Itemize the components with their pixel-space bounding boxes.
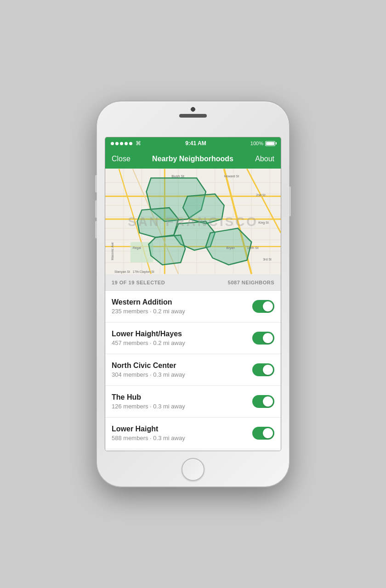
- battery-percentage: 100%: [250, 141, 263, 146]
- svg-text:Bryan: Bryan: [227, 246, 235, 250]
- signal-dot: [129, 142, 132, 145]
- nav-title: Nearby Neighborhoods: [152, 155, 233, 163]
- selection-bar: 19 OF 19 SELECTED 5087 NEIGHBORS: [105, 274, 281, 291]
- signal-dot: [125, 142, 128, 145]
- svg-text:Regal: Regal: [133, 246, 142, 250]
- toggle-switch[interactable]: [252, 395, 274, 408]
- svg-text:17th: 17th: [133, 270, 139, 273]
- list-item[interactable]: Lower Haight 588 members · 0.3 mi away: [105, 418, 281, 449]
- neighborhood-info: Lower Haight/Hayes 457 members · 0.2 mi …: [112, 330, 185, 346]
- neighborhood-name: Lower Haight/Hayes: [112, 330, 185, 338]
- about-button[interactable]: About: [255, 155, 274, 163]
- toggle-knob: [263, 301, 273, 311]
- list-item[interactable]: North Civic Center 304 members · 0.3 mi …: [105, 354, 281, 386]
- neighborhood-name: North Civic Center: [112, 362, 185, 370]
- neighborhood-name: Lower Haight: [112, 425, 185, 433]
- toggle-switch[interactable]: [252, 363, 274, 376]
- signal-dot: [111, 142, 114, 145]
- toggle-switch[interactable]: [252, 332, 274, 345]
- toggle-knob: [263, 333, 273, 343]
- list-item[interactable]: The Hub 126 members · 0.3 mi away: [105, 386, 281, 418]
- list-item[interactable]: Alamo Square 517 members · 0.4 mi away: [105, 449, 281, 451]
- neighborhood-list[interactable]: Western Addition 235 members · 0.2 mi aw…: [105, 291, 281, 451]
- battery-area: 100%: [250, 141, 275, 146]
- speaker: [179, 114, 207, 118]
- phone-top-decoration: [179, 107, 207, 118]
- status-bar: ⌘ 9:41 AM 100%: [105, 137, 281, 149]
- signal-dot: [115, 142, 119, 145]
- map-view[interactable]: Bush St Masonic Ave Stanyan St Clayton S…: [105, 169, 281, 274]
- toggle-knob: [263, 428, 273, 438]
- toggle-knob: [263, 396, 273, 407]
- neighborhood-info: Western Addition 235 members · 0.2 mi aw…: [112, 298, 185, 315]
- battery-fill: [266, 142, 274, 145]
- svg-text:3rd St: 3rd St: [263, 258, 272, 261]
- neighborhood-name: Western Addition: [112, 298, 185, 306]
- svg-text:SAN FRANCISCO: SAN FRANCISCO: [128, 215, 258, 229]
- nav-bar: Close Nearby Neighborhoods About: [105, 149, 281, 169]
- selection-count: 19 OF 19 SELECTED: [112, 280, 165, 285]
- neighborhood-info: Lower Haight 588 members · 0.3 mi away: [112, 425, 185, 441]
- svg-text:Masonic Ave: Masonic Ave: [111, 242, 114, 260]
- toggle-knob: [263, 365, 273, 375]
- close-button[interactable]: Close: [112, 155, 131, 163]
- camera: [191, 107, 195, 112]
- neighborhood-info: The Hub 126 members · 0.3 mi away: [112, 393, 185, 410]
- phone-frame: ⌘ 9:41 AM 100% Close Nearby Neighborhood…: [96, 101, 290, 487]
- neighborhood-details: 126 members · 0.3 mi away: [112, 403, 185, 410]
- neighborhood-details: 304 members · 0.3 mi away: [112, 371, 185, 378]
- svg-text:Stanyan St: Stanyan St: [114, 270, 130, 274]
- battery-icon: [265, 141, 275, 146]
- neighborhood-name: The Hub: [112, 393, 185, 401]
- neighborhood-info: North Civic Center 304 members · 0.3 mi …: [112, 362, 185, 378]
- screen: ⌘ 9:41 AM 100% Close Nearby Neighborhood…: [105, 137, 281, 451]
- toggle-switch[interactable]: [252, 300, 274, 313]
- toggle-switch[interactable]: [252, 427, 274, 440]
- status-time: 9:41 AM: [185, 140, 206, 147]
- signal-area: ⌘: [111, 140, 141, 147]
- svg-text:2nd St: 2nd St: [256, 193, 265, 197]
- neighborhood-details: 235 members · 0.2 mi away: [112, 308, 185, 315]
- svg-text:Howard St: Howard St: [224, 175, 239, 178]
- neighborhood-details: 588 members · 0.3 mi away: [112, 435, 185, 441]
- neighborhood-details: 457 members · 0.2 mi away: [112, 339, 185, 346]
- home-button[interactable]: [182, 458, 204, 481]
- neighbors-count: 5087 NEIGHBORS: [228, 280, 274, 285]
- list-item[interactable]: Lower Haight/Hayes 457 members · 0.2 mi …: [105, 322, 281, 354]
- map-svg: Bush St Masonic Ave Stanyan St Clayton S…: [105, 169, 281, 274]
- svg-text:Clayton St: Clayton St: [140, 270, 154, 274]
- svg-text:King St: King St: [258, 221, 268, 225]
- wifi-icon: ⌘: [136, 140, 141, 147]
- svg-text:Bush St: Bush St: [171, 174, 185, 178]
- svg-text:16th St: 16th St: [247, 246, 259, 250]
- list-item[interactable]: Western Addition 235 members · 0.2 mi aw…: [105, 291, 281, 322]
- signal-dot: [120, 142, 123, 145]
